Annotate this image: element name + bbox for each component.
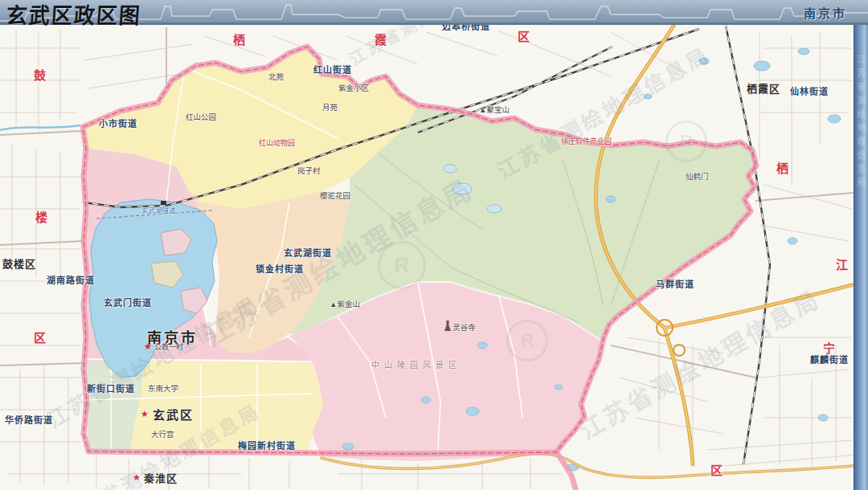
- map-title-bar: 玄武区政区图 南京市: [0, 0, 868, 25]
- map-right-border: 江苏省测绘地理信息局: [854, 22, 868, 490]
- zone-meiyuan-yellow: [130, 359, 323, 451]
- train-station-marker: [161, 201, 166, 205]
- map-title: 玄武区政区图: [6, 0, 143, 29]
- map-canvas[interactable]: [0, 0, 868, 490]
- xuanwu-district-map-page: { "header": { "title": "玄武区政区图", "city":…: [0, 0, 868, 490]
- border-watermark-text: 江苏省测绘地理信息局: [856, 55, 867, 191]
- header-city-name: 南京市: [804, 4, 847, 21]
